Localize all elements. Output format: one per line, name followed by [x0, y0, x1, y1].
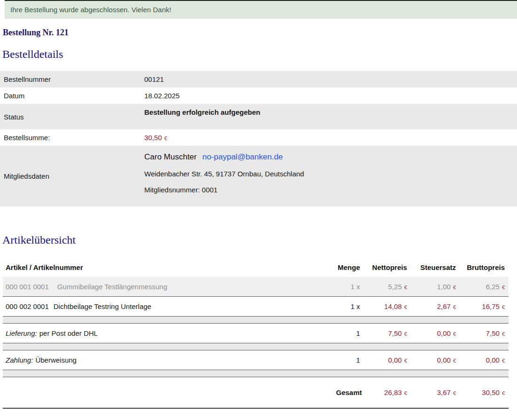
- amount: 14,08: [384, 302, 402, 310]
- member-name: Caro Muschter: [144, 152, 196, 161]
- euro-symbol: €: [453, 358, 456, 364]
- separator-row: [3, 370, 509, 377]
- euro-symbol: €: [502, 285, 505, 290]
- separator-cell: [3, 370, 509, 377]
- bestellsumme-label: Bestellsumme:: [0, 129, 141, 146]
- totals-net: 26,83€: [364, 377, 411, 409]
- shipping-gross: 7,50€: [460, 324, 509, 343]
- amount: 26,83: [384, 388, 402, 396]
- amount: 16,75: [482, 302, 500, 310]
- member-address: Weidenbacher Str. 45, 91737 Ornbau, Deut…: [144, 170, 513, 178]
- items-table: Artikel / Artikelnummer Menge Nettopreis…: [3, 259, 509, 409]
- detail-row-mitgliedsdaten: Mitgliedsdaten Caro Muschterno-paypal@ba…: [0, 146, 517, 206]
- shipping-cell: Lieferung:per Post oder DHL: [3, 324, 326, 343]
- euro-symbol: €: [453, 285, 456, 290]
- amount: 0,00: [486, 356, 500, 364]
- euro-symbol: €: [453, 331, 456, 337]
- items-header-row: Artikel / Artikelnummer Menge Nettopreis…: [3, 259, 509, 277]
- mitgliedsdaten-value: Caro Muschterno-paypal@banken.de Weidenb…: [141, 146, 517, 206]
- success-banner: Ihre Bestellung wurde abgeschlossen. Vie…: [5, 0, 517, 19]
- detail-row-bestellsumme: Bestellsumme: 30,50€: [0, 129, 517, 146]
- member-name-line: Caro Muschterno-paypal@banken.de: [144, 152, 513, 162]
- amount: 1,00: [437, 283, 451, 291]
- shipping-net: 7,50€: [364, 324, 411, 343]
- status-label: Status: [0, 104, 141, 129]
- col-header-steuersatz: Steuersatz: [411, 259, 460, 277]
- bestellnummer-value: 00121: [141, 71, 517, 87]
- item-number: 000 001 0001: [6, 283, 49, 291]
- euro-symbol: €: [404, 331, 407, 337]
- item-tax: 2,67€: [411, 297, 460, 317]
- item-gross-price: 16,75€: [460, 297, 509, 317]
- payment-label: Zahlung:: [6, 356, 33, 364]
- item-row-2: 000 002 0001Dichtbeilage Testring Unterl…: [3, 297, 509, 317]
- success-banner-message: Ihre Bestellung wurde abgeschlossen. Vie…: [10, 6, 171, 14]
- shipping-qty: 1: [326, 324, 364, 343]
- col-header-bruttopreis: Bruttopreis: [460, 259, 509, 277]
- bestellsumme-value: 30,50€: [141, 129, 517, 146]
- payment-net: 0,00€: [364, 350, 411, 370]
- item-artikel-cell: 000 002 0001Dichtbeilage Testring Unterl…: [3, 297, 326, 317]
- payment-method: Überweisung: [35, 356, 77, 364]
- item-qty: 1 x: [326, 297, 364, 317]
- amount: 2,67: [437, 302, 451, 310]
- items-section-heading: Artikelübersicht: [2, 234, 517, 246]
- datum-label: Datum: [0, 87, 141, 104]
- amount: 0,00: [437, 356, 451, 364]
- payment-qty: 1: [326, 350, 364, 370]
- totals-row: Gesamt 26,83€ 3,67€ 30,50€: [3, 377, 509, 409]
- amount: 0,00: [388, 356, 402, 364]
- totals-gross: 30,50€: [460, 377, 509, 409]
- item-name: Gummibeilage Testlängenmessung: [57, 283, 167, 291]
- details-section-heading: Bestelldetails: [2, 48, 517, 61]
- col-header-artikel: Artikel / Artikelnummer: [3, 259, 326, 277]
- shipping-method: per Post oder DHL: [39, 329, 98, 337]
- euro-symbol: €: [453, 304, 456, 310]
- member-number: Mitgliedsnummer: 0001: [144, 186, 513, 194]
- order-number-title: Bestellung Nr. 121: [3, 28, 517, 38]
- shipping-row: Lieferung:per Post oder DHL 1 7,50€ 0,00…: [3, 324, 509, 343]
- detail-row-datum: Datum 18.02.2025: [0, 87, 517, 104]
- col-header-menge: Menge: [326, 259, 364, 277]
- shipping-label: Lieferung:: [6, 329, 37, 337]
- totals-empty-cell: [3, 377, 326, 409]
- amount: 30,50: [482, 388, 500, 396]
- item-row-1: 000 001 0001Gummibeilage Testlängenmessu…: [3, 277, 509, 297]
- detail-row-status: Status Bestellung erfolgreich aufgegeben: [0, 104, 517, 129]
- euro-symbol: €: [404, 390, 407, 396]
- item-artikel-cell: 000 001 0001Gummibeilage Testlängenmessu…: [3, 277, 326, 297]
- order-total-amount: 30,50: [144, 134, 162, 142]
- item-tax: 1,00€: [411, 277, 460, 297]
- euro-symbol: €: [502, 390, 505, 396]
- totals-tax: 3,67€: [411, 377, 460, 409]
- item-qty: 1 x: [326, 277, 364, 297]
- item-net-price: 14,08€: [364, 297, 411, 317]
- mitgliedsdaten-label: Mitgliedsdaten: [0, 146, 141, 206]
- totals-label: Gesamt: [326, 377, 364, 409]
- status-value: Bestellung erfolgreich aufgegeben: [141, 104, 517, 129]
- amount: 6,25: [486, 283, 500, 291]
- item-number: 000 002 0001: [6, 302, 49, 310]
- separator-row: [3, 343, 509, 350]
- euro-symbol: €: [502, 358, 505, 364]
- amount: 3,67: [437, 388, 451, 396]
- euro-symbol: €: [502, 304, 505, 310]
- euro-symbol: €: [404, 285, 407, 290]
- amount: 7,50: [388, 329, 402, 337]
- separator-cell: [3, 317, 509, 324]
- bestellnummer-label: Bestellnummer: [0, 71, 141, 87]
- payment-tax: 0,00€: [411, 350, 460, 370]
- item-gross-price: 6,25€: [460, 277, 509, 297]
- euro-symbol: €: [164, 135, 167, 141]
- separator-cell: [3, 343, 509, 350]
- detail-row-bestellnummer: Bestellnummer 00121: [0, 71, 517, 87]
- amount: 5,25: [388, 283, 402, 291]
- separator-row: [3, 317, 509, 324]
- euro-symbol: €: [453, 390, 456, 396]
- payment-cell: Zahlung:Überweisung: [3, 350, 326, 370]
- item-net-price: 5,25€: [364, 277, 411, 297]
- shipping-tax: 0,00€: [411, 324, 460, 343]
- col-header-nettopreis: Nettopreis: [364, 259, 411, 277]
- member-email-link[interactable]: no-paypal@banken.de: [202, 152, 282, 161]
- datum-value: 18.02.2025: [141, 87, 517, 104]
